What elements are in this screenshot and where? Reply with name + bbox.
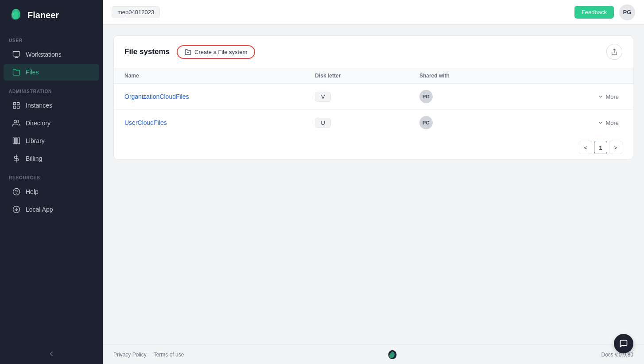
filesystem-name-link-2[interactable]: UserCloudFiles: [124, 119, 167, 126]
more-button-row1[interactable]: More: [594, 92, 622, 102]
pagination-page-1[interactable]: 1: [594, 141, 607, 154]
shared-with-cell: PG: [409, 84, 523, 110]
filesystem-name-cell: OrganizationCloudFiles: [114, 84, 304, 110]
section-user-label: USER: [0, 30, 103, 46]
folder-plus-icon: [185, 49, 191, 55]
svg-rect-8: [17, 106, 19, 108]
privacy-policy-link[interactable]: Privacy Policy: [113, 352, 147, 358]
svg-rect-5: [13, 102, 16, 105]
chat-icon: [619, 339, 628, 348]
monitor-icon: [12, 50, 20, 58]
page-title: File systems: [124, 47, 170, 56]
footer: Privacy Policy Terms of use Docs v.0.9.8…: [103, 345, 644, 364]
table-header: Name Disk letter Shared with: [114, 68, 633, 84]
create-filesystem-button[interactable]: Create a File system: [177, 45, 255, 59]
svg-rect-6: [17, 102, 19, 105]
col-disk-letter: Disk letter: [304, 68, 409, 84]
chat-bubble-button[interactable]: [614, 334, 633, 353]
sidebar-item-workstations[interactable]: Workstations: [4, 46, 99, 63]
sidebar-item-instances[interactable]: Instances: [4, 97, 99, 114]
svg-rect-12: [18, 138, 20, 144]
sidebar-item-help-label: Help: [26, 188, 39, 195]
pagination: < 1 >: [114, 136, 633, 159]
pagination-next[interactable]: >: [609, 141, 622, 154]
share-icon: [611, 48, 618, 55]
sidebar-item-help[interactable]: Help: [4, 183, 99, 200]
sidebar-item-localapp[interactable]: Local App: [4, 201, 99, 218]
svg-rect-2: [13, 51, 20, 56]
disk-letter-cell-2: U: [304, 110, 409, 136]
pagination-prev[interactable]: <: [579, 141, 592, 154]
chevron-down-icon-2: [597, 120, 604, 126]
card-header-left: File systems Create a File system: [124, 45, 255, 59]
sidebar-item-library-label: Library: [26, 137, 45, 144]
svg-rect-10: [13, 138, 15, 144]
sidebar-item-billing[interactable]: Billing: [4, 150, 99, 167]
table-row: OrganizationCloudFiles V PG: [114, 84, 633, 110]
content-area: File systems Create a File system: [103, 25, 644, 345]
dollar-icon: [12, 155, 20, 163]
disk-badge-2: U: [315, 118, 331, 128]
download-icon: [12, 205, 20, 213]
footer-logo-icon: [386, 350, 399, 360]
footer-logo: [386, 350, 399, 360]
sidebar-item-localapp-label: Local App: [26, 206, 53, 213]
section-resources-label: RESOURCES: [0, 167, 103, 183]
topbar-right: Feedback PG: [574, 4, 635, 20]
file-systems-card: File systems Create a File system: [113, 35, 633, 160]
terms-of-use-link[interactable]: Terms of use: [154, 352, 184, 358]
library-icon: [12, 137, 20, 145]
more-button-row2[interactable]: More: [594, 118, 622, 128]
disk-letter-cell: V: [304, 84, 409, 110]
svg-rect-7: [13, 106, 16, 108]
topbar: mep04012023 Feedback PG: [103, 0, 644, 25]
main-area: mep04012023 Feedback PG File systems Cre…: [103, 0, 644, 364]
col-name: Name: [114, 68, 304, 84]
svg-rect-11: [16, 138, 17, 144]
sidebar-item-directory-label: Directory: [26, 120, 50, 127]
table-row: UserCloudFiles U PG: [114, 110, 633, 136]
sidebar-item-directory[interactable]: Directory: [4, 115, 99, 132]
section-admin-label: ADMINISTRATION: [0, 81, 103, 97]
grid-icon: [12, 101, 20, 109]
sidebar-item-instances-label: Instances: [26, 102, 52, 109]
table-body: OrganizationCloudFiles V PG: [114, 84, 633, 136]
shared-avatar: PG: [419, 90, 433, 103]
col-shared-with: Shared with: [409, 68, 523, 84]
create-filesystem-label: Create a File system: [194, 49, 247, 55]
user-avatar[interactable]: PG: [619, 4, 635, 20]
chevron-down-icon: [597, 93, 604, 100]
more-label-row2: More: [605, 120, 619, 126]
card-header: File systems Create a File system: [114, 36, 633, 68]
svg-point-14: [13, 189, 20, 195]
sidebar-item-files-label: Files: [26, 69, 39, 76]
actions-cell-2: More: [523, 110, 633, 136]
col-actions: [523, 68, 633, 84]
disk-badge: V: [315, 92, 331, 102]
share-button[interactable]: [606, 44, 622, 60]
filesystem-name-link[interactable]: OrganizationCloudFiles: [124, 93, 189, 100]
sidebar-item-billing-label: Billing: [26, 155, 42, 162]
footer-version: Docs v.0.9.80: [601, 352, 633, 358]
shared-avatar-2: PG: [419, 116, 433, 129]
more-label-row1: More: [605, 93, 619, 100]
svg-point-9: [14, 120, 17, 123]
folder-icon: [12, 68, 20, 76]
sidebar: Flaneer USER Workstations Files ADMINIST…: [0, 0, 103, 364]
logo-icon: [9, 8, 23, 22]
sidebar-item-library[interactable]: Library: [4, 132, 99, 149]
filesystem-name-cell: UserCloudFiles: [114, 110, 304, 136]
app-name: Flaneer: [27, 10, 59, 20]
users-icon: [12, 119, 20, 127]
help-icon: [12, 188, 20, 196]
breadcrumb: mep04012023: [112, 6, 160, 18]
sidebar-collapse-button[interactable]: [0, 344, 103, 364]
chevron-left-icon: [47, 350, 55, 358]
footer-links: Privacy Policy Terms of use: [113, 352, 184, 358]
filesystems-table: Name Disk letter Shared with Organizatio…: [114, 68, 633, 136]
feedback-button[interactable]: Feedback: [574, 6, 614, 19]
sidebar-item-workstations-label: Workstations: [26, 51, 62, 58]
sidebar-item-files[interactable]: Files: [4, 64, 99, 81]
actions-cell: More: [523, 84, 633, 110]
shared-with-cell-2: PG: [409, 110, 523, 136]
